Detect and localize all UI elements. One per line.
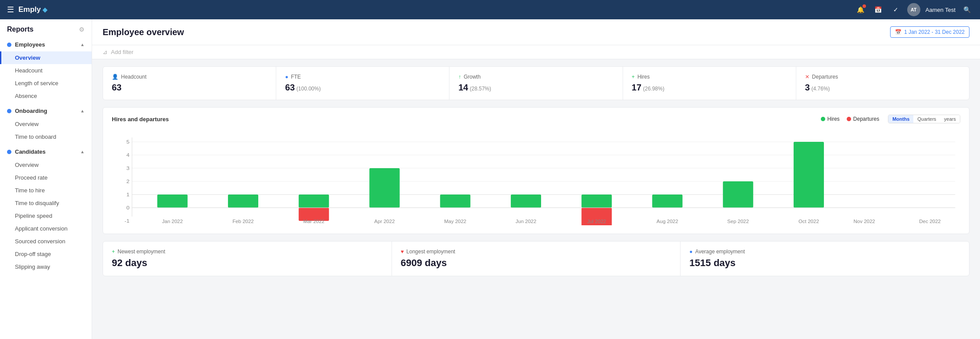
sidebar-item-slipping-away[interactable]: Slipping away: [0, 260, 92, 273]
sidebar-item-candidates-overview[interactable]: Overview: [0, 159, 92, 171]
legend-departures-dot: [847, 117, 851, 121]
employees-dot: [7, 43, 11, 47]
employees-chevron: ▲: [80, 42, 85, 47]
fte-icon: ●: [285, 74, 288, 80]
candidates-chevron: ▲: [80, 149, 85, 154]
svg-text:Jun 2022: Jun 2022: [516, 219, 536, 224]
toggle-months[interactable]: Months: [888, 115, 913, 123]
stat-card-fte: ● FTE 63 (100.00%): [276, 67, 449, 100]
bar-feb-hires: [228, 195, 258, 208]
brand-diamond-icon: ◆: [43, 6, 47, 13]
check-icon[interactable]: ✓: [890, 4, 902, 16]
bottom-card-longest: ♥ Longest employment 6909 days: [392, 242, 681, 276]
page-header: Employee overview 📅 1 Jan 2022 - 31 Dec …: [92, 19, 980, 45]
topnav-left: ☰ Emply◆: [7, 5, 47, 14]
sidebar-item-time-to-disqualify[interactable]: Time to disqualify: [0, 197, 92, 209]
svg-text:Oct 2022: Oct 2022: [798, 219, 819, 224]
bottom-cards: + Newest employment 92 days ♥ Longest em…: [103, 241, 969, 276]
sidebar-gear-icon[interactable]: ⚙: [79, 26, 85, 33]
stat-card-departures: ✕ Departures 3 (4.76%): [796, 67, 969, 100]
sidebar-item-pipeline-speed[interactable]: Pipeline speed: [0, 209, 92, 222]
sidebar-item-headcount[interactable]: Headcount: [0, 64, 92, 77]
svg-text:May 2022: May 2022: [444, 219, 467, 224]
sidebar-section-onboarding: Onboarding ▲ Overview Time to onboard: [0, 104, 92, 143]
legend-departures: Departures: [847, 116, 879, 122]
sidebar-item-proceed-rate[interactable]: Proceed rate: [0, 171, 92, 184]
stat-card-hires: + Hires 17 (26.98%): [623, 67, 796, 100]
sidebar-section-employees-title: Employees: [7, 41, 45, 48]
departures-icon: ✕: [805, 74, 809, 80]
growth-icon: ↑: [458, 74, 461, 80]
date-range-button[interactable]: 📅 1 Jan 2022 - 31 Dec 2022: [890, 26, 969, 38]
bar-apr-hires: [369, 168, 399, 208]
stat-value-growth: 14 (28.57%): [458, 83, 613, 93]
sidebar-item-overview[interactable]: Overview: [0, 51, 92, 64]
toggle-quarters[interactable]: Quarters: [913, 115, 940, 123]
bottom-label-newest: + Newest employment: [112, 249, 383, 255]
sidebar-item-time-to-hire[interactable]: Time to hire: [0, 184, 92, 197]
stat-label-hires: + Hires: [632, 74, 787, 80]
bottom-value-average: 1515 days: [689, 257, 960, 269]
bottom-card-average: ● Average employment 1515 days: [681, 242, 969, 276]
svg-text:Apr 2022: Apr 2022: [374, 219, 395, 224]
filter-placeholder[interactable]: Add filter: [111, 49, 133, 55]
topnav-right: 🔔 📅 ✓ AT Aamen Test 🔍: [855, 3, 973, 16]
sidebar-section-employees-header[interactable]: Employees ▲: [0, 38, 92, 51]
sidebar-item-length-of-service[interactable]: Length of service: [0, 77, 92, 90]
brand-name: Emply: [18, 5, 41, 14]
svg-text:3: 3: [126, 166, 129, 171]
sidebar-item-absence[interactable]: Absence: [0, 90, 92, 102]
bar-jul-hires: [581, 195, 612, 208]
toggle-years[interactable]: years: [940, 115, 960, 123]
stat-label-fte: ● FTE: [285, 74, 440, 80]
bar-mar-hires: [299, 195, 329, 208]
bar-oct-hires: [794, 142, 824, 208]
bar-sep-hires: [723, 181, 753, 208]
bottom-label-longest: ♥ Longest employment: [401, 249, 672, 255]
longest-icon: ♥: [401, 249, 404, 255]
calendar-icon[interactable]: 📅: [872, 4, 884, 16]
candidates-dot: [7, 150, 11, 154]
bar-may-hires: [440, 195, 470, 208]
sidebar-section-candidates-header[interactable]: Candidates ▲: [0, 145, 92, 159]
bottom-value-newest: 92 days: [112, 257, 383, 269]
stat-label-growth: ↑ Growth: [458, 74, 613, 80]
headcount-icon: 👤: [112, 74, 118, 80]
hires-icon: +: [632, 74, 635, 80]
svg-text:4: 4: [126, 152, 129, 158]
svg-text:Jul 2022: Jul 2022: [587, 219, 606, 224]
svg-text:-1: -1: [125, 218, 130, 224]
topnav: ☰ Emply◆ 🔔 📅 ✓ AT Aamen Test 🔍: [0, 0, 980, 19]
svg-text:Aug 2022: Aug 2022: [656, 219, 678, 224]
stat-label-departures: ✕ Departures: [805, 74, 960, 80]
sidebar: Reports ⚙ Employees ▲ Overview Headcount…: [0, 19, 92, 339]
svg-text:Sep 2022: Sep 2022: [727, 219, 749, 224]
sidebar-item-drop-off-stage[interactable]: Drop-off stage: [0, 248, 92, 260]
sidebar-title: Reports: [7, 25, 33, 33]
sidebar-item-applicant-conversion[interactable]: Applicant conversion: [0, 222, 92, 235]
chart-legend: Hires Departures: [821, 116, 879, 122]
bottom-value-longest: 6909 days: [401, 257, 672, 269]
sidebar-item-time-to-onboard[interactable]: Time to onboard: [0, 130, 92, 143]
notifications-icon[interactable]: 🔔: [855, 4, 867, 16]
stat-value-departures: 3 (4.76%): [805, 83, 960, 93]
legend-hires: Hires: [821, 116, 840, 122]
sidebar-section-onboarding-header[interactable]: Onboarding ▲: [0, 104, 92, 118]
main-content: Employee overview 📅 1 Jan 2022 - 31 Dec …: [92, 19, 980, 339]
chart-title: Hires and departures: [112, 116, 169, 123]
sidebar-section-candidates: Candidates ▲ Overview Proceed rate Time …: [0, 145, 92, 273]
onboarding-dot: [7, 109, 11, 113]
sidebar-item-onboarding-overview[interactable]: Overview: [0, 118, 92, 130]
avatar[interactable]: AT: [907, 3, 920, 16]
svg-text:5: 5: [126, 139, 129, 145]
menu-icon[interactable]: ☰: [7, 5, 14, 14]
bottom-card-newest: + Newest employment 92 days: [103, 242, 392, 276]
svg-text:2: 2: [126, 179, 129, 184]
brand-logo: Emply◆: [18, 5, 47, 14]
sidebar-item-sourced-conversion[interactable]: Sourced conversion: [0, 235, 92, 248]
stat-label-headcount: 👤 Headcount: [112, 74, 267, 80]
svg-text:0: 0: [126, 205, 129, 211]
date-range-label: 1 Jan 2022 - 31 Dec 2022: [904, 29, 965, 35]
svg-text:Feb 2022: Feb 2022: [232, 219, 254, 224]
search-icon[interactable]: 🔍: [961, 4, 973, 16]
